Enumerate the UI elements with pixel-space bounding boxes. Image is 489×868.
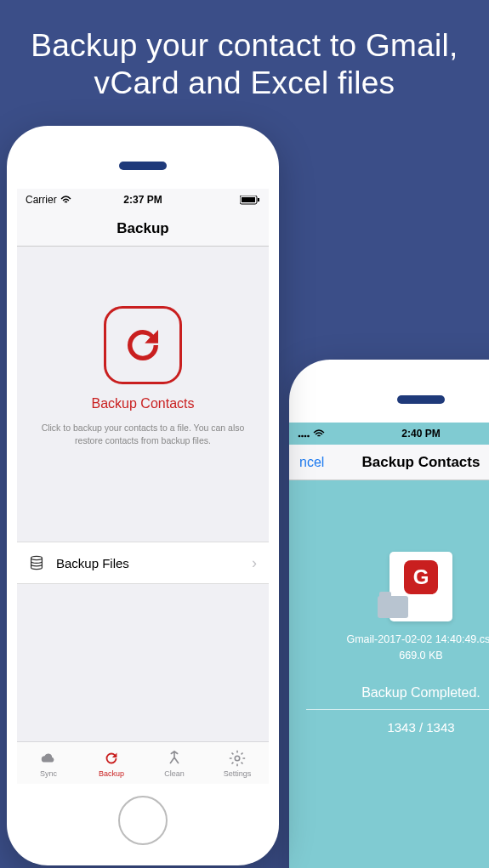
marketing-headline: Backup your contact to Gmail, vCard and … (0, 0, 489, 118)
svg-rect-12 (242, 197, 255, 202)
svg-rect-13 (258, 198, 259, 201)
files-stack-icon (27, 553, 46, 572)
svg-point-1 (301, 435, 304, 438)
tab-settings[interactable]: Settings (206, 742, 269, 784)
phone-speaker (397, 395, 445, 404)
file-size: 669.0 KB (289, 650, 489, 661)
row-label: Backup Files (56, 556, 129, 570)
carrier-label: Carrier (26, 194, 57, 206)
signal-icon (298, 429, 310, 438)
cloud-icon (39, 749, 58, 768)
tab-sync[interactable]: Sync (17, 742, 80, 784)
battery-icon (240, 196, 260, 205)
tab-label: Settings (224, 769, 252, 778)
tab-label: Backup (99, 769, 124, 778)
hero-title: Backup Contacts (32, 396, 253, 411)
refresh-icon (120, 322, 166, 368)
tab-backup[interactable]: Backup (80, 742, 143, 784)
backup-files-row[interactable]: Backup Files › (17, 542, 269, 584)
tab-clean[interactable]: Clean (143, 742, 206, 784)
hero-description: Click to backup your contacts to a file.… (32, 422, 253, 446)
status-bar: Carrier 2:37 PM (17, 189, 269, 211)
backup-status: Backup Completed. (289, 685, 489, 701)
svg-point-3 (307, 435, 310, 438)
file-icon: G (389, 552, 452, 621)
hero-section: Backup Contacts Click to backup your con… (17, 247, 269, 472)
backup-progress: 1343 / 1343 (289, 720, 489, 735)
svg-point-0 (299, 435, 301, 438)
tab-label: Sync (40, 769, 57, 778)
svg-point-15 (235, 756, 240, 761)
nav-title: Backup Contacts (362, 454, 480, 471)
status-bar: 2:40 PM (289, 423, 489, 445)
gmail-g-icon: G (404, 560, 438, 594)
tab-bar: Sync Backup Clean Settings (17, 741, 269, 784)
backup-contacts-icon[interactable] (104, 306, 182, 384)
nav-bar: ncel Backup Contacts Backup (289, 445, 489, 480)
status-time: 2:40 PM (401, 428, 440, 440)
svg-point-14 (31, 557, 43, 560)
gear-icon (228, 749, 247, 768)
chevron-right-icon: › (252, 554, 257, 572)
file-name: Gmail-2017-02-02 14:40:49.csv (289, 633, 489, 645)
refresh-icon (102, 749, 121, 768)
home-button[interactable] (118, 796, 168, 845)
tab-label: Clean (164, 769, 185, 778)
svg-point-2 (304, 435, 307, 438)
nav-title: Backup (117, 220, 168, 237)
cancel-button[interactable]: ncel (299, 455, 324, 470)
nav-bar: Backup (17, 211, 269, 247)
wifi-icon (313, 429, 325, 438)
phone-frame-main: Carrier 2:37 PM Backup Backup Contacts C… (7, 126, 279, 865)
phone-speaker (119, 162, 167, 170)
phone-frame-backup-result: 2:40 PM ncel Backup Contacts Backup G Gm… (289, 360, 489, 868)
wifi-icon (60, 196, 71, 204)
status-time: 2:37 PM (123, 194, 162, 206)
merge-icon (165, 749, 184, 768)
divider (306, 709, 489, 710)
folder-icon (378, 596, 408, 618)
